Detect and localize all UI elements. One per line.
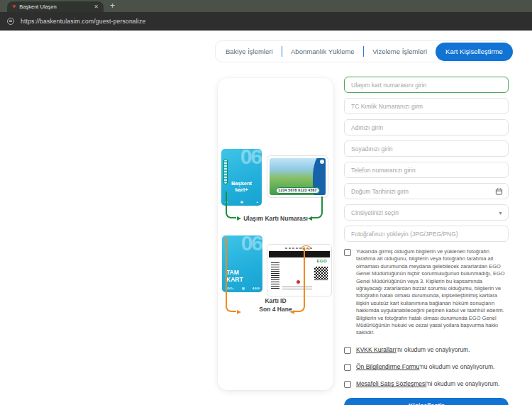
photo-upload-input[interactable] (345, 227, 508, 242)
url-text[interactable]: https://baskentulasim.com/guest-personal… (21, 18, 145, 25)
agreement-label: Ön Bilgilendirme Formu'nu okudum ve onay… (356, 363, 494, 370)
field-last-name (344, 140, 509, 157)
field-birthdate (344, 183, 509, 199)
consent-text: Yukarıda girmiş olduğum bilgilerin ve yü… (356, 248, 509, 337)
kvkk-link[interactable]: KVKK Kuralları (356, 346, 397, 353)
barcode (271, 262, 279, 289)
field-gender: ▼ (344, 204, 509, 221)
consent-checkbox[interactable] (344, 249, 351, 256)
card-number-input[interactable] (345, 78, 508, 93)
ego-logo: EGO (316, 259, 327, 263)
field-tc-kimlik (344, 98, 509, 114)
agreement-kvkk: KVKK Kuralları'nı okudum ve onaylıyorum. (344, 346, 509, 354)
tc-kimlik-input[interactable] (345, 99, 508, 114)
browser-urlbar[interactable]: https://baskentulasim.com/guest-personal… (0, 12, 532, 30)
connector-orange-left (226, 244, 236, 312)
tab-title: Başkent Ulaşım (19, 4, 90, 10)
tab-divider (363, 46, 365, 57)
tab-divider (282, 46, 283, 57)
field-phone (344, 162, 509, 178)
qr-code (314, 266, 328, 281)
label-karti-id: Kartı ID Son 4 Hane (238, 296, 314, 314)
birthdate-input[interactable] (345, 184, 508, 199)
service-tabs: Bakiye İşlemleri Abonmanlık Yükleme Vize… (215, 40, 510, 62)
agreement-label: Mesafeli Satış Sözleşmesi'ni okudum ve o… (356, 380, 499, 387)
field-card-number (344, 77, 509, 93)
kvkk-checkbox[interactable] (344, 347, 351, 354)
card-scene-logo (320, 160, 324, 164)
chevron-down-icon[interactable]: ▼ (498, 210, 503, 215)
new-tab-icon[interactable]: + (110, 1, 115, 11)
calendar-icon[interactable] (495, 187, 503, 195)
field-first-name (344, 119, 509, 135)
browser-tabstrip: ♥ Başkent Ulaşım ✕ + (0, 0, 532, 12)
tab-abonmanlik-yukleme[interactable]: Abonmanlık Yükleme (291, 48, 355, 55)
tab-vizeleme-islemleri[interactable]: Vizeleme İşlemleri (372, 48, 427, 55)
agreement-mesafeli-satis: Mesafeli Satış Sözleşmesi'ni okudum ve o… (344, 380, 509, 388)
connector-green-right (312, 196, 323, 218)
on-bilgilendirme-checkbox[interactable] (344, 364, 351, 371)
gender-select[interactable] (345, 206, 508, 221)
browser-tab[interactable]: ♥ Başkent Ulaşım ✕ (7, 1, 104, 12)
label-ulasim-karti-numarasi: Ulaşım Kartı Numarası (238, 214, 314, 223)
on-bilgilendirme-link[interactable]: Ön Bilgilendirme Formu (356, 363, 419, 370)
browser-window: ♥ Başkent Ulaşım ✕ + https://baskentulas… (0, 0, 532, 405)
connector-green-left (226, 192, 236, 218)
transport-card-image: 1234 5678 9123 4567 (267, 156, 328, 197)
card-number-highlight (223, 159, 228, 184)
favicon-heart-icon: ♥ (12, 4, 16, 10)
tab-close-icon[interactable]: ✕ (94, 4, 99, 10)
tab-kart-kisisellestirme-active[interactable]: Kart Kişiselleştirme (436, 43, 513, 61)
card-number: 1234 5678 9123 4567 (275, 187, 319, 194)
first-name-input[interactable] (345, 121, 508, 135)
card-watermark: 06 (240, 149, 261, 169)
last-name-input[interactable] (345, 142, 508, 157)
tab-bakiye-islemleri[interactable]: Bakiye İşlemleri (226, 48, 273, 55)
card-watermark: 06 (241, 235, 262, 255)
field-photo-upload (344, 226, 509, 242)
agreement-label: KVKK Kuralları'nı okudum ve onaylıyorum. (356, 346, 470, 353)
personalization-form: ▼ Yukarıda girmiş olduğum bilgilerin ve … (344, 77, 509, 405)
card-scene: 1234 5678 9123 4567 (270, 158, 326, 195)
site-info-icon[interactable] (7, 18, 14, 25)
phone-input[interactable] (345, 163, 508, 178)
mesafeli-satis-link[interactable]: Mesafeli Satış Sözleşmesi (356, 380, 426, 387)
card-help-panel: 06 Başkent kart+ ▭▤▲ 1234 5678 9123 4567… (218, 78, 333, 390)
personalize-button[interactable]: Kişiselleştir (344, 398, 509, 405)
consent-row: Yukarıda girmiş olduğum bilgilerin ve yü… (344, 248, 509, 337)
mesafeli-satis-checkbox[interactable] (344, 381, 351, 388)
agreement-on-bilgilendirme: Ön Bilgilendirme Formu'nu okudum ve onay… (344, 363, 509, 371)
